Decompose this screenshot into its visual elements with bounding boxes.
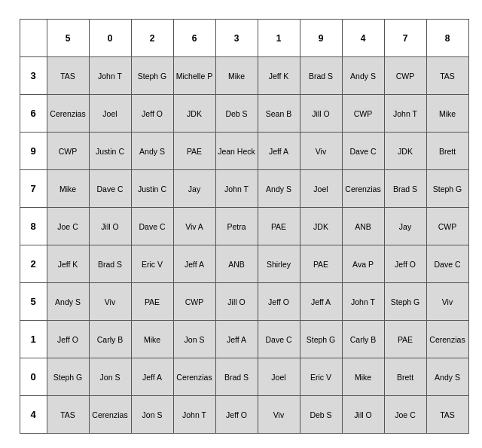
row-header-2: 2 (20, 245, 47, 283)
col-header-6: 6 (173, 20, 215, 57)
grid-cell: TAS (426, 396, 468, 434)
grid-cell: TAS (426, 57, 468, 95)
grid-cell: Carly B (342, 321, 384, 358)
grid-cell: Steph G (300, 321, 342, 358)
grid-cell: Brad S (215, 358, 258, 396)
grid-cell: CWP (384, 57, 426, 95)
grid-cell: CWP (47, 133, 89, 170)
grid-cell: Cerenzias (173, 358, 215, 396)
grid-cell: CWP (342, 95, 384, 133)
grid-cell: Brad S (300, 57, 342, 95)
grid-cell: Steph G (384, 283, 426, 321)
row-header-6: 6 (20, 95, 47, 133)
corner-cell (20, 20, 47, 57)
grid-cell: Andy S (426, 358, 468, 396)
col-header-8: 8 (426, 20, 468, 57)
grid-cell: Dave C (342, 133, 384, 170)
grid-cell: Andy S (47, 283, 89, 321)
grid-cell: Steph G (131, 57, 173, 95)
col-header-7: 7 (384, 20, 426, 57)
table-row: 7MikeDave CJustin CJayJohn TAndy SJoelCe… (20, 170, 468, 208)
table-row: 5Andy SVivPAECWPJill OJeff OJeff AJohn T… (20, 283, 468, 321)
grid-cell: PAE (131, 283, 173, 321)
grid-cell: John T (215, 170, 258, 208)
grid-cell: Jeff K (258, 57, 300, 95)
grid-cell: John T (342, 283, 384, 321)
grid-cell: Michelle P (173, 57, 215, 95)
grid-cell: Jeff A (215, 321, 258, 358)
grid-cell: Deb S (215, 95, 258, 133)
row-header-7: 7 (20, 170, 47, 208)
grid-cell: Dave C (426, 245, 468, 283)
table-row: 0Steph GJon SJeff ACerenziasBrad SJoelEr… (20, 358, 468, 396)
grid-cell: Mike (47, 170, 89, 208)
grid-cell: Brett (426, 133, 468, 170)
grid-cell: Justin C (131, 170, 173, 208)
grid-cell: Jill O (215, 283, 258, 321)
table-row: 3TASJohn TSteph GMichelle PMikeJeff KBra… (20, 57, 468, 95)
grid-cell: TAS (47, 396, 89, 434)
grid-cell: Viv (426, 283, 468, 321)
table-row: 4TASCerenziasJon SJohn TJeff OVivDeb SJi… (20, 396, 468, 434)
grid-cell: ANB (342, 208, 384, 245)
grid-cell: Brad S (384, 170, 426, 208)
main-container: 5026319478 3TASJohn TSteph GMichelle PMi… (14, 14, 469, 434)
grid-cell: Jill O (89, 208, 131, 245)
grid-cell: Cerenzias (47, 95, 89, 133)
table-row: 1Jeff OCarly BMikeJon SJeff ADave CSteph… (20, 321, 468, 358)
grid-cell: PAE (300, 245, 342, 283)
grid-cell: Jeff A (300, 283, 342, 321)
row-header-3: 3 (20, 57, 47, 95)
grid-cell: Jeff O (47, 321, 89, 358)
grid-cell: Steph G (47, 358, 89, 396)
grid-cell: Deb S (300, 396, 342, 434)
table-row: 8Joe CJill ODave CViv APetraPAEJDKANBJay… (20, 208, 468, 245)
grid-cell: Ava P (342, 245, 384, 283)
grid-cell: Jeff K (47, 245, 89, 283)
grid-cell: Mike (426, 95, 468, 133)
grid-cell: Eric V (131, 245, 173, 283)
grid-cell: Cerenzias (89, 396, 131, 434)
grid-cell: Jon S (89, 358, 131, 396)
grid-cell: Jill O (342, 396, 384, 434)
grid-cell: CWP (173, 283, 215, 321)
grid-cell: Jeff O (215, 396, 258, 434)
col-header-1: 1 (258, 20, 300, 57)
row-header-9: 9 (20, 133, 47, 170)
grid-cell: JDK (300, 208, 342, 245)
grid-cell: Shirley (258, 245, 300, 283)
row-header-0: 0 (20, 358, 47, 396)
grid-cell: Jay (384, 208, 426, 245)
col-header-0: 0 (89, 20, 131, 57)
grid-cell: Joel (300, 170, 342, 208)
col-header-2: 2 (131, 20, 173, 57)
grid-cell: Petra (215, 208, 258, 245)
grid-cell: Justin C (89, 133, 131, 170)
table-row: 6CerenziasJoelJeff OJDKDeb SSean BJill O… (20, 95, 468, 133)
col-header-3: 3 (215, 20, 258, 57)
grid-cell: PAE (173, 133, 215, 170)
grid-cell: Sean B (258, 95, 300, 133)
grid-cell: Mike (342, 358, 384, 396)
grid-cell: Viv (300, 133, 342, 170)
grid-cell: Joe C (47, 208, 89, 245)
grid-cell: JDK (384, 133, 426, 170)
grid-cell: Jean Heck (215, 133, 258, 170)
grid-cell: TAS (47, 57, 89, 95)
grid-cell: Steph G (426, 170, 468, 208)
grid-container: 5026319478 3TASJohn TSteph GMichelle PMi… (20, 14, 469, 434)
grid-cell: Cerenzias (426, 321, 468, 358)
grid-cell: Jeff O (131, 95, 173, 133)
grid-cell: Brad S (89, 245, 131, 283)
grid-cell: Jeff A (258, 133, 300, 170)
col-header-4: 4 (342, 20, 384, 57)
table-row: 2Jeff KBrad SEric VJeff AANBShirleyPAEAv… (20, 245, 468, 283)
col-header-5: 5 (47, 20, 89, 57)
grid-cell: Jon S (131, 396, 173, 434)
grid-cell: Mike (131, 321, 173, 358)
grid-cell: Viv A (173, 208, 215, 245)
row-header-1: 1 (20, 321, 47, 358)
grid-cell: Joel (89, 95, 131, 133)
grid-cell: Andy S (342, 57, 384, 95)
grid-cell: Dave C (258, 321, 300, 358)
